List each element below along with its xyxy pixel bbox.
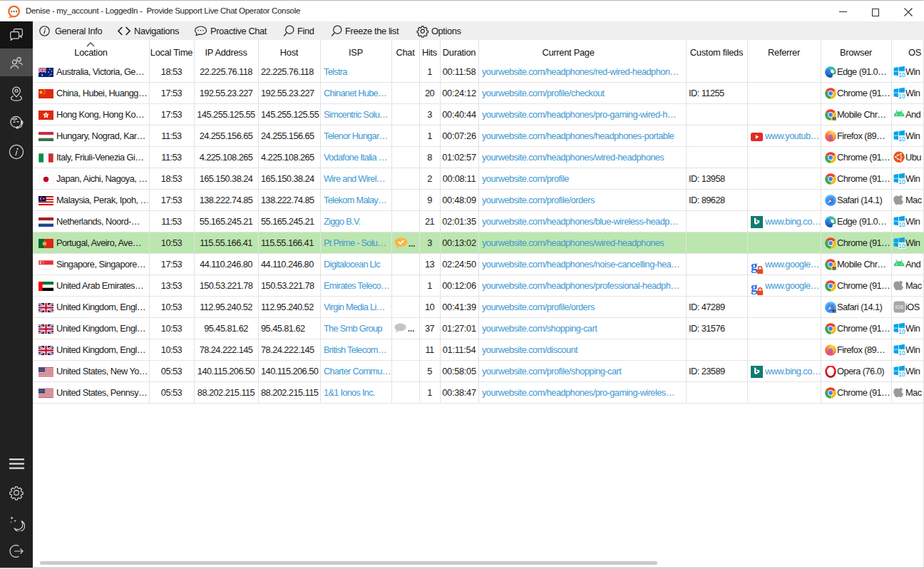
svg-text:10: 10: [898, 220, 905, 227]
svg-text:10: 10: [898, 349, 905, 355]
svg-text:10: 10: [898, 92, 905, 98]
svg-text:10: 10: [898, 71, 905, 77]
svg-text:10: 10: [898, 327, 905, 334]
svg-text:g: g: [751, 282, 758, 294]
svg-text:iOS: iOS: [895, 304, 904, 309]
svg-text:M: M: [832, 266, 836, 271]
svg-text:10: 10: [898, 178, 905, 184]
svg-text:10: 10: [898, 242, 905, 248]
svg-text:g: g: [751, 260, 758, 273]
svg-text:10: 10: [898, 135, 905, 141]
svg-text:M: M: [832, 116, 836, 121]
svg-text:M: M: [832, 309, 836, 314]
svg-text:10: 10: [898, 370, 905, 376]
